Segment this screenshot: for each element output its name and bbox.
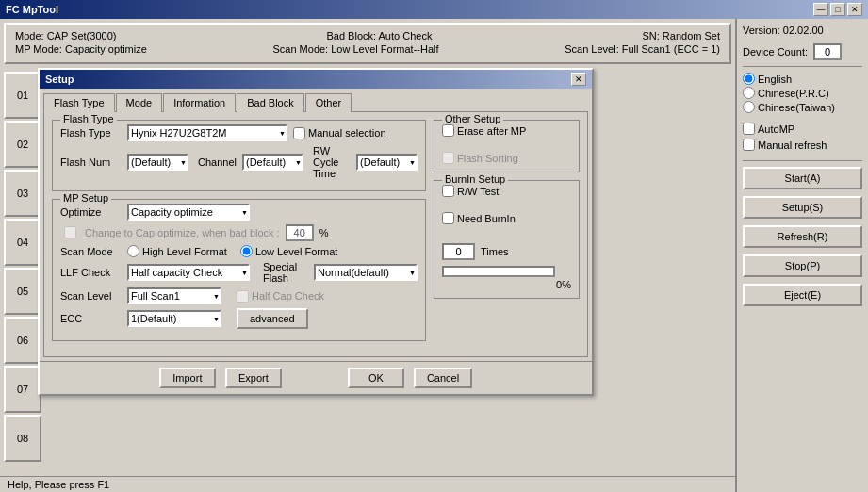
- manual-refresh-checkbox[interactable]: [743, 139, 755, 151]
- automp-checkbox[interactable]: [743, 123, 755, 135]
- special-flash-select[interactable]: Normal(default): [314, 264, 418, 281]
- export-button[interactable]: Export: [225, 368, 282, 388]
- flash-type-label: Flash Type: [60, 127, 122, 139]
- setup-info-row-2: MP Mode: Capacity optimize Scan Mode: Lo…: [15, 43, 720, 55]
- tab-information[interactable]: Information: [163, 93, 236, 112]
- dialog-title-bar: Setup ✕: [40, 70, 592, 89]
- erase-after-mp-label[interactable]: Erase after MP: [442, 124, 571, 137]
- status-text: Help, Please press F1: [8, 479, 109, 490]
- tab-flash-type[interactable]: Flash Type: [43, 93, 115, 112]
- minimize-button[interactable]: —: [813, 3, 828, 16]
- advanced-button[interactable]: advanced: [237, 308, 308, 329]
- cap-optimize-checkbox: [64, 226, 76, 238]
- lang-english-label[interactable]: English: [743, 73, 862, 85]
- channel-btn-03[interactable]: 03: [4, 170, 41, 217]
- right-panel: Version: 02.02.00 Device Count: 0 Englis…: [735, 19, 868, 492]
- scan-mode-label: Scan Mode: Low Level Format--Half: [272, 43, 438, 55]
- flash-sorting-label: Flash Sorting: [442, 152, 571, 164]
- rw-cycle-select[interactable]: (Default): [356, 154, 418, 171]
- progress-percent: 0%: [442, 279, 571, 290]
- manual-selection-label[interactable]: Manual selection: [293, 127, 386, 139]
- flash-num-select[interactable]: (Default): [127, 154, 188, 171]
- channel-btn-01[interactable]: 01: [4, 72, 41, 119]
- optimize-wrapper: Capacity optimize: [127, 204, 250, 221]
- setup-dialog: Setup ✕ Flash Type Mode Information Bad …: [38, 68, 594, 396]
- flash-num-row: Flash Num (Default) Channel: [60, 145, 418, 179]
- left-column: Flash Type Flash Type Hynix H27U2G8T2M: [52, 120, 426, 349]
- stop-button[interactable]: Stop(P): [743, 254, 862, 277]
- flash-num-wrapper: (Default): [127, 154, 188, 171]
- scan-mode-label: Scan Mode: [60, 246, 122, 257]
- start-button[interactable]: Start(A): [743, 167, 862, 189]
- refresh-button[interactable]: Refresh(R): [743, 225, 862, 248]
- llf-check-select[interactable]: Half capacity Check: [127, 264, 250, 281]
- optimize-select[interactable]: Capacity optimize: [127, 204, 250, 221]
- burnin-group: BurnIn Setup R/W Test Need BurnIn: [434, 180, 580, 299]
- low-level-format-radio-label[interactable]: Low Level Format: [240, 245, 337, 257]
- ecc-select[interactable]: 1(Default): [127, 310, 221, 327]
- need-burnin-label[interactable]: Need BurnIn: [442, 212, 571, 224]
- eject-button[interactable]: Eject(E): [743, 284, 862, 306]
- manual-refresh-label[interactable]: Manual refresh: [743, 139, 862, 151]
- cancel-button[interactable]: Cancel: [414, 368, 472, 388]
- close-button[interactable]: ✕: [847, 3, 862, 16]
- special-flash-wrapper: Normal(default): [314, 264, 418, 281]
- ecc-label: ECC: [60, 313, 122, 324]
- tab-bad-block[interactable]: Bad Block: [237, 93, 304, 112]
- ok-button[interactable]: OK: [348, 368, 404, 388]
- raw-test-checkbox[interactable]: [442, 185, 454, 197]
- setup-info-row-1: Mode: CAP Set(3000) Bad Block: Auto Chec…: [15, 30, 720, 41]
- tab-mode[interactable]: Mode: [116, 93, 163, 112]
- channel-label: Channel: [198, 156, 237, 168]
- version-section: Version: 02.02.00: [743, 25, 862, 36]
- channel-select[interactable]: (Default): [242, 154, 303, 171]
- high-level-format-radio[interactable]: [127, 245, 139, 257]
- cap-optimize-checkbox-placeholder: [64, 226, 79, 240]
- lang-english-radio[interactable]: [743, 73, 755, 85]
- burnin-progress-bar: [442, 266, 555, 277]
- maximize-button[interactable]: □: [830, 3, 845, 16]
- scan-level-select[interactable]: Full Scan1: [127, 287, 221, 304]
- title-bar-buttons: — □ ✕: [813, 3, 862, 16]
- lang-prc-radio[interactable]: [743, 87, 755, 99]
- scan-mode-row: Scan Mode High Level Format Low Level Fo…: [60, 245, 418, 257]
- tab-other[interactable]: Other: [305, 93, 352, 112]
- mode-label: Mode: CAP Set(3000): [15, 30, 116, 41]
- other-setup-group-label: Other Setup: [442, 113, 503, 124]
- lang-prc-label[interactable]: Chinese(P.R.C): [743, 87, 862, 99]
- automp-label[interactable]: AutoMP: [743, 123, 862, 135]
- version-label: Version: 02.02.00: [743, 25, 824, 36]
- erase-after-mp-checkbox[interactable]: [442, 124, 454, 137]
- ecc-row: ECC 1(Default) advanced: [60, 308, 418, 329]
- high-level-format-radio-label[interactable]: High Level Format: [127, 245, 227, 257]
- bad-block-label: Bad Block: Auto Check: [326, 30, 432, 41]
- need-burnin-checkbox[interactable]: [442, 212, 454, 224]
- setup-button[interactable]: Setup(S): [743, 196, 862, 219]
- times-label: Times: [481, 246, 509, 257]
- channel-btn-02[interactable]: 02: [4, 121, 41, 168]
- flash-type-select-wrapper: Hynix H27U2G8T2M: [127, 124, 287, 141]
- times-input[interactable]: [442, 243, 475, 260]
- separator-2: [743, 160, 862, 161]
- special-flash-label: Special Flash: [263, 261, 308, 284]
- dialog-close-button[interactable]: ✕: [571, 73, 586, 86]
- lang-taiwan-label[interactable]: Chinese(Taiwan): [743, 101, 862, 113]
- cap-percent-label: %: [319, 227, 329, 238]
- raw-test-label[interactable]: R/W Test: [442, 185, 571, 197]
- channel-btn-08[interactable]: 08: [4, 415, 41, 462]
- channel-btn-07[interactable]: 07: [4, 366, 41, 413]
- flash-type-select[interactable]: Hynix H27U2G8T2M: [127, 124, 287, 141]
- tab-content: Flash Type Flash Type Hynix H27U2G8T2M: [43, 111, 588, 357]
- times-row: Times: [442, 243, 571, 260]
- burnin-group-label: BurnIn Setup: [442, 173, 508, 185]
- manual-selection-checkbox[interactable]: [293, 127, 305, 139]
- import-button[interactable]: Import: [159, 368, 216, 388]
- channel-btn-05[interactable]: 05: [4, 268, 41, 315]
- flash-type-row: Flash Type Hynix H27U2G8T2M Manual sel: [60, 124, 418, 141]
- cap-optimize-row: Change to Cap optimize, when bad block :…: [60, 224, 418, 241]
- lang-taiwan-radio[interactable]: [743, 101, 755, 113]
- cap-optimize-percent-input[interactable]: [286, 224, 314, 241]
- channel-btn-04[interactable]: 04: [4, 219, 41, 266]
- channel-btn-06[interactable]: 06: [4, 317, 41, 364]
- low-level-format-radio[interactable]: [240, 245, 253, 257]
